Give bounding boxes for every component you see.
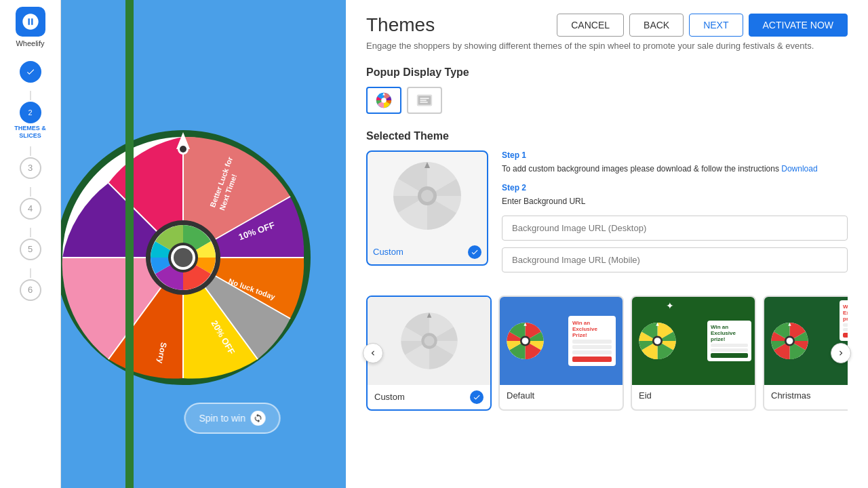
- step-3-circle: 3: [20, 157, 41, 179]
- logo-area: Wheelify: [16, 7, 45, 47]
- step2-label: Step 2: [502, 183, 848, 192]
- step-6[interactable]: 6: [0, 279, 60, 302]
- svg-point-21: [174, 248, 193, 267]
- theme-eid-img: Win an Exclusive prize! ✦: [632, 297, 755, 385]
- theme-default-footer: Default: [500, 385, 623, 406]
- theme-eid-name: Eid: [639, 390, 652, 401]
- step-6-circle: 6: [20, 279, 41, 301]
- spin-wheel-svg: Better Luck for Next Time! 10% OFF No lu…: [61, 129, 312, 386]
- theme-christmas-img: Win an Exclusive prize!: [764, 297, 848, 385]
- wheel-container: Better Luck for Next Time! 10% OFF No lu…: [61, 129, 312, 386]
- theme-custom-footer: Custom: [368, 385, 490, 409]
- step1-desc: To add custom background images please d…: [502, 163, 848, 175]
- popup-display-title: Popup Display Type: [366, 66, 848, 79]
- step2-desc: Enter Background URL: [502, 195, 848, 207]
- step1-label: Step 1: [502, 150, 848, 160]
- popup-type-options: [366, 87, 848, 114]
- svg-point-43: [522, 338, 529, 344]
- step-2-circle: 2: [20, 102, 41, 123]
- theme-card-default[interactable]: Win an Exclusive Prize!: [498, 296, 624, 411]
- theme-card-custom[interactable]: Custom: [366, 296, 492, 411]
- cancel-button[interactable]: CANCEL: [557, 14, 624, 37]
- theme-custom-wheel: [395, 307, 463, 375]
- download-link[interactable]: Download: [781, 164, 817, 174]
- step-4-circle: 4: [20, 198, 41, 220]
- svg-point-51: [787, 338, 793, 344]
- selected-theme-name: Custom: [373, 247, 403, 257]
- theme-christmas-name: Christmas: [771, 390, 811, 401]
- themes-carousel-wrapper: Custom Win an Exclusive Prize!: [366, 296, 848, 411]
- main-content: Themes CANCEL BACK NEXT ACTIVATE NOW Eng…: [346, 0, 868, 488]
- green-sidebar: [125, 0, 134, 488]
- desktop-url-input[interactable]: [502, 216, 848, 241]
- step-2[interactable]: 2 THEMES & SLICES: [0, 102, 60, 140]
- page-title: Themes: [366, 14, 435, 36]
- activate-button[interactable]: ACTIVATE NOW: [749, 14, 848, 37]
- step-5[interactable]: 5: [0, 239, 60, 262]
- popup-type-wheel[interactable]: [366, 87, 401, 114]
- step-4[interactable]: 4: [0, 198, 60, 221]
- theme-default-name: Default: [507, 390, 534, 401]
- theme-eid-footer: Eid: [632, 385, 755, 406]
- next-button[interactable]: NEXT: [689, 14, 743, 37]
- popup-type-scratch[interactable]: [407, 87, 442, 114]
- selected-theme-preview: Custom: [366, 150, 488, 266]
- selected-theme-name-bar: Custom: [373, 243, 481, 259]
- svg-point-35: [421, 190, 433, 202]
- svg-point-39: [424, 336, 434, 346]
- theme-default-img: Win an Exclusive Prize!: [500, 297, 623, 385]
- step-3[interactable]: 3: [0, 157, 60, 180]
- selected-theme-title: Selected Theme: [366, 130, 848, 142]
- spin-button[interactable]: Spin to win: [184, 403, 281, 434]
- selected-theme-layout: Custom Step 1 To add custom background i…: [366, 150, 848, 279]
- action-buttons: CANCEL BACK NEXT ACTIVATE NOW: [557, 14, 848, 37]
- theme-custom-name: Custom: [374, 392, 405, 402]
- step-5-circle: 5: [20, 239, 41, 260]
- theme-custom-check: [470, 390, 484, 404]
- theme-instructions: Step 1 To add custom background images p…: [502, 150, 848, 279]
- wheel-preview-area: Better Luck for Next Time! 10% OFF No lu…: [61, 0, 346, 488]
- app-name: Wheelify: [16, 39, 44, 47]
- svg-point-24: [180, 146, 186, 152]
- step-1[interactable]: [0, 61, 60, 84]
- back-button[interactable]: BACK: [629, 14, 684, 37]
- app-logo: [16, 7, 45, 37]
- carousel-prev-button[interactable]: [363, 343, 383, 363]
- theme-card-eid[interactable]: Win an Exclusive prize! ✦: [631, 296, 756, 411]
- spin-button-label: Spin to win: [199, 413, 245, 424]
- step-1-circle: [20, 61, 41, 83]
- svg-point-26: [381, 98, 386, 102]
- mobile-url-input[interactable]: [502, 247, 848, 272]
- page-subtitle: Engage the shoppers by showing different…: [366, 39, 848, 53]
- svg-point-47: [654, 338, 661, 344]
- themes-grid: Custom Win an Exclusive Prize!: [366, 296, 848, 411]
- sidebar: Wheelify 2 THEMES & SLICES 3 4 5 6: [0, 0, 61, 488]
- theme-christmas-footer: Christmas: [764, 385, 848, 406]
- theme-custom-img: [368, 297, 490, 385]
- top-header: Themes CANCEL BACK NEXT ACTIVATE NOW: [366, 14, 848, 37]
- selected-check-icon: [468, 245, 481, 259]
- carousel-next-button[interactable]: [831, 343, 851, 363]
- step-2-label: THEMES & SLICES: [7, 125, 54, 140]
- popup-display-section: Popup Display Type: [366, 66, 848, 114]
- spin-icon: [251, 411, 266, 426]
- preview-wheel-svg: [387, 159, 468, 233]
- selected-theme-section: Selected Theme: [366, 130, 848, 279]
